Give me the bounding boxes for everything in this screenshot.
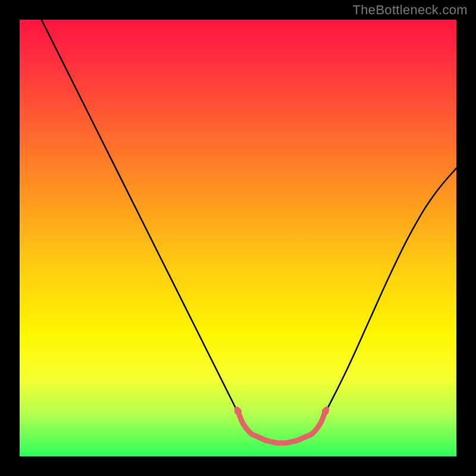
curve-layer: [20, 20, 456, 456]
bottleneck-curve: [42, 20, 456, 444]
highlight-band: [237, 409, 327, 443]
chart-container: TheBottleneck.com: [0, 0, 476, 476]
watermark-text: TheBottleneck.com: [353, 2, 468, 18]
highlight-dot-right: [322, 408, 329, 415]
plot-area: [20, 20, 456, 456]
optimal-range-highlight: [234, 408, 329, 443]
